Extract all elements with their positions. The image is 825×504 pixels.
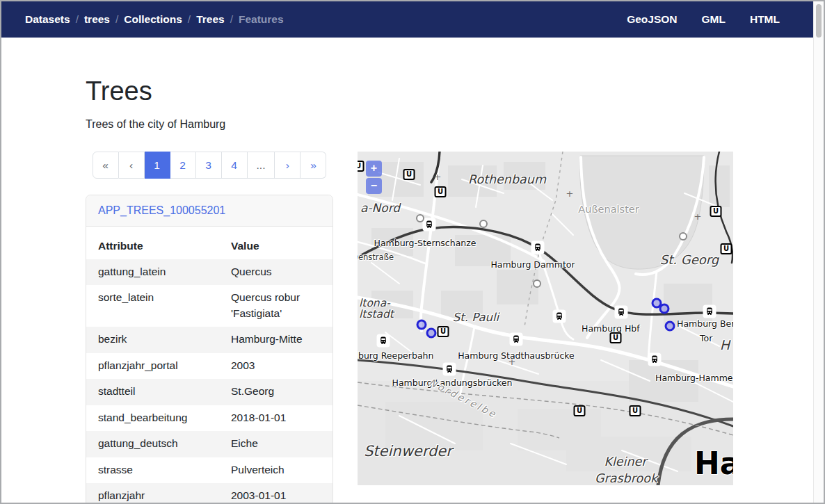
map-zoom-control: + − [366, 161, 382, 194]
ubahn-station-icon: U [403, 169, 415, 180]
map-label: Hamburg Berlin [677, 318, 733, 328]
train-station-icon [423, 218, 436, 231]
attribute-cell: gattung_deutsch [86, 431, 219, 457]
format-link-html[interactable]: HTML [750, 13, 780, 26]
feature-marker[interactable] [659, 303, 670, 314]
train-station-icon [703, 304, 716, 318]
value-cell: 2003 [219, 353, 333, 379]
attribute-cell: strasse [86, 457, 219, 483]
pagination-item[interactable]: 3 [196, 152, 222, 179]
value-cell: Pulverteich [219, 457, 333, 483]
attribute-cell: pflanzjahr [86, 483, 219, 504]
poi-cross-icon: + [434, 171, 442, 181]
poi-circle-icon [679, 232, 687, 241]
navbar: Datasets/trees/Collections/Trees/Feature… [1, 1, 813, 38]
value-cell: Quercus [219, 259, 333, 285]
attribute-cell: stadtteil [86, 379, 219, 405]
map-label: H [720, 337, 730, 352]
attribute-cell: pflanzjahr_portal [86, 353, 219, 379]
scrollbar-thumb[interactable] [816, 4, 822, 38]
column-header-value: Value [219, 233, 333, 259]
value-cell: Eiche [219, 431, 333, 457]
table-row: stadtteilSt.Georg [86, 379, 333, 405]
feature-marker[interactable] [426, 327, 437, 338]
map-label: Hamburg Stadthausbrücke [458, 350, 575, 360]
attribute-cell: gattung_latein [86, 259, 219, 285]
pagination-item[interactable]: 2 [170, 152, 196, 179]
attribute-table-body: gattung_lateinQuercussorte_lateinQuercus… [86, 259, 333, 504]
pagination-item: ... [248, 152, 275, 179]
train-station-icon [510, 332, 523, 346]
attribute-table: Attribute Value gattung_lateinQuercussor… [86, 233, 333, 504]
poi-circle-icon [479, 220, 488, 228]
map-label: Hamburg-Hammerb [655, 372, 733, 382]
format-links: GeoJSONGMLHTML [627, 13, 780, 26]
page-scrollbar[interactable] [813, 1, 824, 503]
page-subtitle: Trees of the city of Hamburg [86, 118, 813, 131]
ubahn-station-icon: U [721, 243, 732, 254]
breadcrumb-separator: / [230, 13, 233, 26]
features-column: «‹1234...›» APP_TREES_100055201 Attribut… [86, 152, 333, 504]
breadcrumb-item-datasets[interactable]: Datasets [25, 13, 70, 26]
breadcrumb-item-features: Features [239, 13, 284, 26]
ubahn-station-icon: U [574, 405, 586, 416]
ubahn-station-icon: U [710, 206, 722, 217]
feature-id-link[interactable]: APP_TREES_100055201 [98, 204, 225, 216]
zoom-out-button[interactable]: − [366, 178, 382, 194]
pagination-item[interactable]: › [275, 152, 301, 179]
breadcrumb-item-trees[interactable]: Trees [196, 13, 225, 26]
map-label: St. Georg [660, 252, 719, 266]
table-row: pflanzjahr_portal2003 [86, 353, 333, 379]
breadcrumb-item-trees[interactable]: trees [84, 13, 110, 26]
map-label: Kleiner [604, 455, 646, 469]
value-cell: 2003-01-01 [219, 483, 333, 504]
pagination-item[interactable]: » [301, 152, 326, 179]
map-label: Grasbrook [595, 471, 657, 485]
train-station-icon [615, 305, 628, 318]
breadcrumb-separator: / [76, 13, 79, 26]
attribute-cell: sorte_latein [86, 285, 219, 327]
map-label: Rothenbaum [468, 172, 546, 186]
poi-cross-icon: + [694, 211, 702, 221]
main-content: Trees Trees of the city of Hamburg «‹123… [1, 38, 813, 504]
ubahn-station-icon: U [610, 332, 622, 343]
train-station-icon [531, 241, 545, 254]
table-row: pflanzjahr2003-01-01 [86, 483, 333, 504]
table-row: gattung_lateinQuercus [86, 259, 333, 285]
pagination-item[interactable]: 4 [222, 152, 248, 179]
table-row: strassePulverteich [86, 457, 333, 483]
value-cell: Hamburg-Mitte [219, 327, 333, 352]
map-label: enstraße [358, 252, 394, 262]
zoom-in-button[interactable]: + [366, 161, 382, 177]
pagination-item: ‹ [119, 152, 145, 179]
map-label: Steinwerder [364, 443, 452, 460]
format-link-geojson[interactable]: GeoJSON [627, 13, 677, 26]
train-station-icon [648, 352, 662, 366]
ubahn-station-icon: U [358, 161, 365, 172]
attribute-cell: stand_bearbeitung [86, 405, 219, 431]
map-label: Hamburg Landungsbrücken [392, 377, 513, 387]
ubahn-station-icon: U [630, 405, 641, 416]
feature-card: APP_TREES_100055201 Attribute Value [86, 195, 333, 504]
map-label: Tor [700, 332, 712, 343]
poi-circle-icon [416, 214, 424, 222]
map-label: Außenalster [578, 204, 639, 215]
table-row: bezirkHamburg-Mitte [86, 327, 333, 352]
feature-marker[interactable] [417, 319, 427, 330]
breadcrumb-item-collections[interactable]: Collections [124, 13, 182, 26]
page-title: Trees [86, 76, 813, 108]
format-link-gml[interactable]: GML [702, 13, 726, 26]
value-cell: St.Georg [219, 379, 333, 405]
map-label: Ha [694, 445, 733, 480]
pagination-item[interactable]: 1 [145, 152, 170, 179]
table-row: gattung_deutschEiche [86, 431, 333, 457]
feature-marker[interactable] [665, 320, 675, 331]
poi-circle-icon [533, 279, 541, 288]
breadcrumb-separator: / [115, 13, 118, 26]
map[interactable]: + − RothenbaumAußenalstera-NordHamburg-S… [358, 152, 733, 485]
value-cell: 2018-01-01 [219, 405, 333, 431]
pagination-item: « [93, 152, 119, 179]
train-station-icon [443, 362, 456, 375]
map-label: burg Reeperbahn [358, 350, 433, 360]
map-label: Hamburg-Sternschanze [374, 237, 476, 247]
